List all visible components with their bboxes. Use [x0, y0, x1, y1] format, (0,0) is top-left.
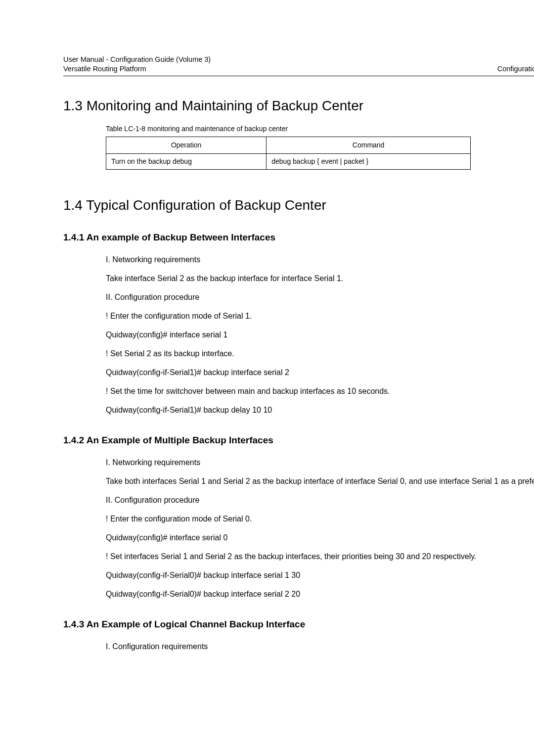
section-1-4-3-body: I. Configuration requirements [106, 641, 534, 653]
section-1-4-1-body: I. Networking requirements Take interfac… [106, 254, 534, 416]
header-left-line1: User Manual - Configuration Guide (Volum… [63, 55, 211, 65]
body-text: ! Set interfaces Serial 1 and Serial 2 a… [106, 551, 534, 563]
body-text: II. Configuration procedure [106, 494, 534, 506]
page-header: User Manual - Configuration Guide (Volum… [63, 47, 534, 76]
section-1-3-title: 1.3 Monitoring and Maintaining of Backup… [63, 98, 534, 114]
body-text: Quidway(config-if-Serial0)# backup inter… [106, 588, 534, 600]
body-text: Take both interfaces Serial 1 and Serial… [106, 475, 534, 487]
body-text: ! Enter the configuration mode of Serial… [106, 310, 534, 322]
col-head-command: Command [267, 137, 471, 153]
cell-command: debug backup { event | packet } [267, 153, 471, 169]
section-1-4-3-title: 1.4.3 An Example of Logical Channel Back… [63, 619, 534, 630]
header-right: Chapter 1 Configuration of Backup Center [497, 47, 534, 74]
body-text: Take interface Serial 2 as the backup in… [106, 273, 534, 284]
header-right-sub: Configuration of Backup Center [497, 64, 534, 74]
table-row: Turn on the backup debug debug backup { … [106, 153, 471, 169]
col-head-operation: Operation [106, 137, 267, 153]
body-text: Quidway(config-if-Serial1)# backup delay… [106, 404, 534, 416]
cell-operation: Turn on the backup debug [106, 153, 267, 169]
body-text: I. Configuration requirements [106, 641, 534, 653]
body-text: ! Set the time for switchover between ma… [106, 385, 534, 397]
chapter-title: Chapter 1 [497, 47, 534, 63]
header-left: User Manual - Configuration Guide (Volum… [63, 55, 211, 74]
body-text: Quidway(config-if-Serial0)# backup inter… [106, 569, 534, 581]
body-text: I. Networking requirements [106, 254, 534, 266]
section-1-4-2-title: 1.4.2 An Example of Multiple Backup Inte… [63, 435, 534, 446]
body-text: II. Configuration procedure [106, 291, 534, 303]
body-text: Quidway(config)# interface serial 0 [106, 532, 534, 544]
body-text: I. Networking requirements [106, 457, 534, 469]
section-1-4-title: 1.4 Typical Configuration of Backup Cent… [63, 197, 534, 213]
header-left-line2: Versatile Routing Platform [63, 64, 211, 74]
section-1-4-1-title: 1.4.1 An example of Backup Between Inter… [63, 232, 534, 243]
body-text: Quidway(config)# interface serial 1 [106, 329, 534, 341]
table-header-row: Operation Command [106, 137, 471, 153]
body-text: ! Enter the configuration mode of Serial… [106, 513, 534, 525]
section-1-4-2-body: I. Networking requirements Take both int… [106, 457, 534, 600]
body-text: ! Set Serial 2 as its backup interface. [106, 348, 534, 360]
debug-command-table: Operation Command Turn on the backup deb… [106, 137, 471, 170]
table-caption: Table LC-1-8 monitoring and maintenance … [106, 125, 534, 133]
body-text: Quidway(config-if-Serial1)# backup inter… [106, 367, 534, 378]
